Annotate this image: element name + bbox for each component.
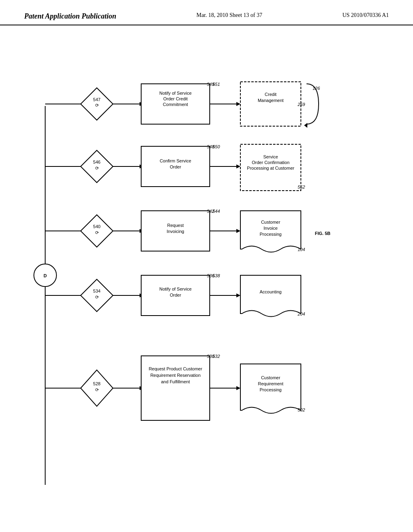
svg-text:Commitment: Commitment bbox=[163, 102, 188, 107]
page-header: Patent Application Publication Mar. 18, … bbox=[0, 0, 413, 25]
publication-date-sheet: Mar. 18, 2010 Sheet 13 of 37 bbox=[196, 12, 262, 19]
svg-marker-72 bbox=[236, 293, 240, 297]
svg-text:259: 259 bbox=[297, 102, 305, 107]
svg-text:Request Product Customer: Request Product Customer bbox=[149, 366, 202, 371]
svg-text:⟳: ⟳ bbox=[95, 166, 99, 170]
svg-text:544: 544 bbox=[213, 209, 220, 214]
svg-text:Order Confirmation: Order Confirmation bbox=[252, 160, 290, 165]
svg-text:Notify of Service: Notify of Service bbox=[159, 91, 192, 96]
svg-text:and Fulfillment: and Fulfillment bbox=[161, 379, 190, 384]
svg-text:Accounting: Accounting bbox=[260, 289, 282, 294]
svg-marker-36 bbox=[236, 164, 240, 168]
flowchart-svg: D 547 ⟳ Notify of Service Order Credit C… bbox=[0, 25, 413, 517]
svg-text:Service: Service bbox=[263, 154, 278, 159]
svg-text:Credit: Credit bbox=[265, 92, 276, 97]
svg-text:FIG. 5B: FIG. 5B bbox=[315, 231, 331, 236]
svg-text:546: 546 bbox=[93, 160, 100, 164]
svg-text:Request: Request bbox=[167, 223, 184, 228]
svg-rect-81 bbox=[141, 356, 210, 420]
svg-text:Order: Order bbox=[170, 293, 181, 297]
svg-text:⟳: ⟳ bbox=[95, 387, 99, 392]
svg-text:104: 104 bbox=[298, 247, 305, 252]
publication-number: US 2010/070336 A1 bbox=[342, 12, 389, 19]
svg-text:538: 538 bbox=[213, 273, 220, 278]
svg-text:502: 502 bbox=[298, 407, 305, 412]
svg-text:551: 551 bbox=[213, 82, 220, 87]
svg-marker-17 bbox=[236, 102, 240, 106]
svg-text:Customer: Customer bbox=[261, 220, 280, 224]
svg-text:Processing: Processing bbox=[260, 232, 282, 237]
svg-text:⟳: ⟳ bbox=[95, 103, 99, 108]
svg-marker-88 bbox=[236, 386, 240, 390]
svg-text:⟳: ⟳ bbox=[95, 230, 99, 235]
diagram-area: D 547 ⟳ Notify of Service Order Credit C… bbox=[0, 25, 413, 517]
svg-marker-23 bbox=[304, 123, 307, 128]
svg-text:Notify of Service: Notify of Service bbox=[159, 287, 192, 291]
svg-text:Requirement: Requirement bbox=[258, 381, 284, 386]
svg-text:Processing at Customer: Processing at Customer bbox=[247, 166, 294, 170]
svg-text:552: 552 bbox=[298, 185, 305, 189]
svg-marker-54 bbox=[236, 229, 240, 233]
svg-text:204: 204 bbox=[297, 312, 305, 316]
publication-title: Patent Application Publication bbox=[24, 12, 116, 21]
svg-text:550: 550 bbox=[213, 144, 220, 149]
svg-text:Order Credit: Order Credit bbox=[163, 96, 188, 101]
svg-text:Requirement Reservation: Requirement Reservation bbox=[150, 373, 201, 378]
svg-text:547: 547 bbox=[93, 97, 100, 102]
svg-text:534: 534 bbox=[93, 289, 100, 293]
svg-text:532: 532 bbox=[213, 354, 220, 359]
svg-text:528: 528 bbox=[93, 381, 100, 386]
svg-rect-18 bbox=[240, 82, 301, 126]
svg-text:⟳: ⟳ bbox=[95, 295, 99, 299]
svg-text:Order: Order bbox=[170, 164, 181, 169]
svg-text:540: 540 bbox=[93, 224, 100, 229]
svg-text:Processing: Processing bbox=[260, 387, 282, 392]
svg-text:Customer: Customer bbox=[261, 375, 280, 380]
svg-text:Invoice: Invoice bbox=[264, 226, 278, 231]
svg-text:D: D bbox=[44, 273, 47, 278]
svg-text:Confirm Service: Confirm Service bbox=[160, 158, 191, 163]
svg-text:Management: Management bbox=[258, 98, 284, 103]
svg-text:Invoicing: Invoicing bbox=[167, 229, 184, 234]
